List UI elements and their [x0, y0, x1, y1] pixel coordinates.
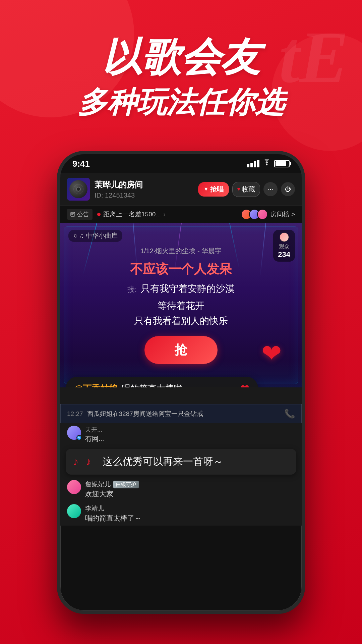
- room-header: 茉晔儿的房间 ID: 12451343 ▼ 抢唱 ♥ 收藏 ⋯ ⏻: [60, 173, 302, 205]
- status-icons: [247, 159, 290, 168]
- heart-icon: ♥: [237, 186, 241, 192]
- power-button[interactable]: ⏻: [281, 182, 295, 196]
- notice-bar: 公告 距离上一名差1500... › 房间榜 >: [60, 205, 302, 223]
- lyric-current: 不应该一个人发呆: [68, 260, 294, 278]
- notice-arrow: ›: [164, 211, 165, 217]
- notice-tag: 公告: [67, 209, 93, 220]
- comment-at: @丁香姑娘: [74, 383, 118, 388]
- battery-icon: [274, 160, 290, 167]
- qiang-label: 抢唱: [210, 185, 224, 194]
- phone-frame: 9:41: [57, 151, 305, 614]
- grab-label: 抢: [175, 343, 187, 357]
- hero-title-2: 多种玩法任你选: [20, 85, 342, 120]
- room-action-buttons: ▼ 抢唱 ♥ 收藏 ⋯ ⏻: [198, 182, 295, 197]
- chat-avatar-3: [67, 504, 81, 518]
- comment-text: 唱的简直太棒啦: [122, 383, 183, 388]
- notif-text: 西瓜妞姐在3287房间送给阿宝一只金钻戒: [87, 410, 280, 418]
- room-avatar: [67, 178, 90, 201]
- collect-label: 收藏: [242, 185, 255, 194]
- hero-section: 以歌会友 多种玩法任你选: [0, 34, 362, 120]
- svg-rect-0: [71, 212, 75, 216]
- chat-content-1: 天开... 有网...: [85, 426, 104, 443]
- song-meta: 1/12·烟火里的尘埃 - 华晨宇: [68, 247, 294, 256]
- room-info: 茉晔儿的房间 ID: 12451343: [95, 179, 193, 199]
- notice-dot: [97, 213, 101, 216]
- music-icon-wrap: ♪ ♪: [73, 456, 98, 468]
- chat-avatar-2: [67, 480, 81, 494]
- room-id: ID: 12451343: [95, 192, 193, 199]
- grab-btn-container: 抢: [68, 336, 294, 364]
- notice-left: 公告 距离上一名差1500... ›: [67, 209, 165, 220]
- chat-avatar-1: V: [67, 426, 81, 440]
- music-popup: ♪ ♪ 这么优秀可以再来一首呀～: [66, 449, 296, 475]
- notice-right[interactable]: 房间榜 >: [241, 209, 295, 220]
- music-popup-text: 这么优秀可以再来一首呀～: [103, 455, 223, 469]
- chat-content-2: 詹妮妃儿 白银守护 欢迎大家: [85, 480, 139, 499]
- audience-count: 234: [278, 250, 290, 259]
- more-dots-icon: ⋯: [267, 185, 274, 193]
- audience-counter: 观众 234: [273, 230, 295, 262]
- room-name: 茉晔儿的房间: [95, 179, 193, 190]
- comment-heart-icon: ❤: [240, 382, 249, 387]
- chat-content-3: 李靖儿 唱的简直太棒了～: [85, 504, 141, 523]
- status-time: 9:41: [72, 159, 90, 169]
- phone-mockup: 9:41: [57, 151, 305, 614]
- svg-text:♪: ♪: [86, 456, 91, 468]
- audience-avatar-row: [278, 232, 290, 242]
- notif-phone-icon: 📞: [284, 409, 295, 419]
- mini-avatar-3: [257, 209, 268, 220]
- grab-button[interactable]: 抢: [144, 336, 218, 364]
- more-button[interactable]: ⋯: [263, 182, 278, 196]
- qiang-chevron: ▼: [203, 186, 209, 192]
- notice-tag-label: 公告: [77, 210, 89, 218]
- svg-text:♪: ♪: [73, 456, 78, 468]
- lyric-next-1: 只有我守着安静的沙漠: [141, 281, 235, 297]
- comment-bubble: @丁香姑娘 唱的简直太棒啦 ❤: [66, 377, 258, 387]
- power-icon: ⏻: [285, 186, 291, 193]
- chat-item-1: V 天开... 有网...: [60, 423, 302, 446]
- qiang-button[interactable]: ▼ 抢唱: [198, 182, 229, 197]
- signal-icon: [247, 160, 259, 167]
- status-bar: 9:41: [60, 154, 302, 173]
- notice-avatars: [241, 209, 268, 220]
- chat-item-2: 詹妮妃儿 白银守护 欢迎大家: [60, 477, 302, 501]
- notification-strip: 12:27 西瓜妞姐在3287房间送给阿宝一只金钻戒 📞: [60, 404, 302, 423]
- wifi-icon: [263, 159, 271, 168]
- lyric-next-3: 只有我看着别人的快乐: [68, 314, 294, 329]
- audience-label: 观众: [278, 243, 290, 250]
- lyrics-container: 不应该一个人发呆 接: 只有我守着安静的沙漠 等待着花开 只有我看着别人的快乐: [68, 260, 294, 329]
- lib-badge-text: ♫ 中华小曲库: [79, 231, 118, 240]
- notif-time: 12:27: [67, 410, 83, 418]
- lyric-next-2: 等待着花开: [68, 299, 294, 314]
- hero-title-1: 以歌会友: [20, 34, 342, 81]
- chat-item-3: 李靖儿 唱的简直太棒了～: [60, 501, 302, 526]
- rank-text[interactable]: 房间榜 >: [270, 210, 295, 219]
- karaoke-area: ♫ ♫ 中华小曲库 1/12·烟火里的尘埃 - 华晨宇 不应该一个人发呆 接: …: [60, 223, 302, 387]
- song-lib-badge: ♫ ♫ 中华小曲库: [68, 230, 122, 242]
- note-icon: ♫: [73, 233, 77, 239]
- chat-area: V 天开... 有网... ♪ ♪ 这么优秀可以再来: [60, 423, 302, 526]
- next-label: 接:: [127, 284, 137, 294]
- floating-heart: ❤: [261, 339, 282, 367]
- notice-text: 距离上一名差1500...: [103, 210, 161, 219]
- collect-button[interactable]: ♥ 收藏: [232, 182, 260, 197]
